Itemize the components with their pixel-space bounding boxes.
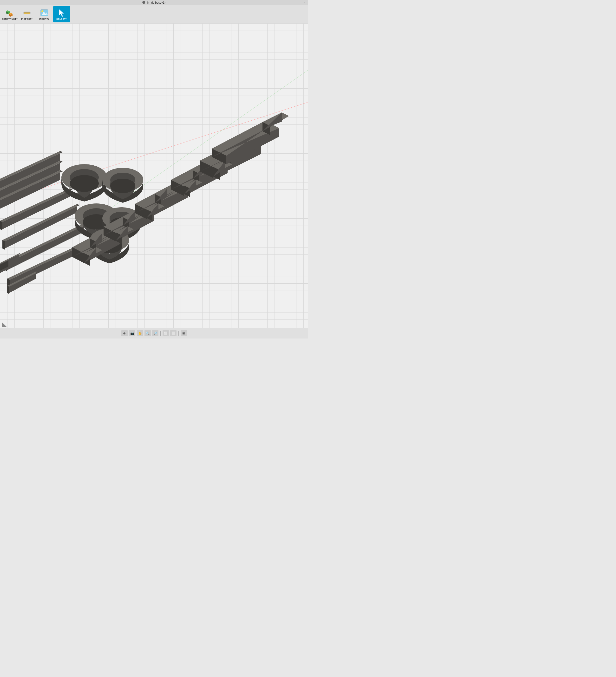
viewport[interactable] — [0, 24, 308, 328]
status-bar: ⊕ 📷 ✋ 🔍 🔎 ⬜ ⬜ ⊞ — [0, 328, 308, 338]
shield-icon — [142, 1, 145, 4]
inspect-icon — [23, 8, 31, 17]
insert-button[interactable]: INSERT▾ — [36, 6, 53, 22]
select-button[interactable]: SELECT▾ — [53, 6, 70, 22]
select-label: SELECT▾ — [56, 18, 67, 20]
zoom-out-icon[interactable]: 🔎 — [152, 330, 159, 336]
zoom-in-icon[interactable]: 🔍 — [144, 330, 151, 336]
move-icon[interactable]: ⊕ — [121, 330, 128, 336]
close-button[interactable]: × — [302, 1, 306, 5]
construct-icon — [5, 8, 14, 17]
title-label: tim da best v1* — [146, 1, 166, 4]
pan-icon[interactable]: ✋ — [137, 330, 143, 336]
insert-icon — [40, 8, 49, 17]
view-mode-icon[interactable]: ⬜ — [170, 330, 177, 336]
insert-label: INSERT▾ — [39, 18, 49, 20]
grid-background — [0, 24, 308, 328]
inspect-button[interactable]: INSPECT▾ — [18, 6, 35, 22]
camera-icon[interactable]: 📷 — [129, 330, 135, 336]
toolbar: CONSTRUCT▾ INSPECT▾ — [0, 5, 308, 24]
title-bar: tim da best v1* × — [0, 0, 308, 5]
view-cube-icon[interactable]: ⬜ — [163, 330, 169, 336]
construct-button[interactable]: CONSTRUCT▾ — [1, 6, 18, 22]
divider-1 — [160, 331, 161, 335]
grid-icon[interactable]: ⊞ — [181, 330, 187, 336]
inspect-label: INSPECT▾ — [21, 18, 33, 20]
select-icon — [57, 8, 66, 17]
svg-point-18 — [41, 10, 43, 12]
divider-2 — [178, 331, 179, 335]
title-text: tim da best v1* — [142, 1, 166, 4]
construct-label: CONSTRUCT▾ — [2, 18, 18, 20]
